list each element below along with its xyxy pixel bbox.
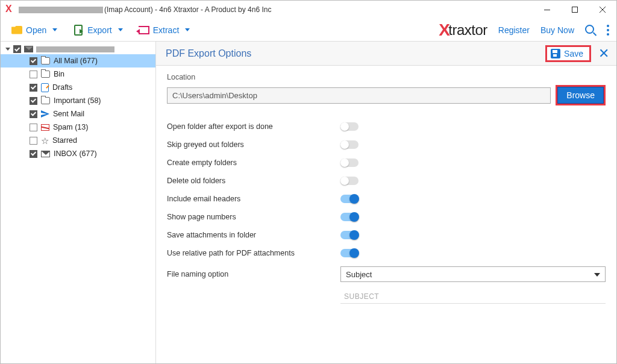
buy-now-link[interactable]: Buy Now: [540, 25, 574, 35]
checkbox[interactable]: [30, 110, 37, 118]
checkbox[interactable]: [30, 97, 37, 105]
toggle-switch[interactable]: [340, 195, 359, 203]
search-icon[interactable]: [585, 25, 596, 36]
star-icon: ☆: [41, 137, 49, 144]
mail-icon: [24, 46, 33, 52]
tree-item-label: All Mail (677): [54, 57, 98, 65]
option-label: Create empty folders: [167, 158, 340, 167]
tree-item-label: Important (58): [54, 96, 101, 105]
tree-item-label: Drafts: [52, 83, 72, 92]
toggle-switch[interactable]: [340, 140, 359, 149]
folder-tree: All Mail (677)BinDraftsImportant (58)Sen…: [1, 42, 156, 363]
option-label: Delete old folders: [167, 177, 340, 185]
option-label: Save attachments in folder: [167, 231, 340, 239]
option-label: Show page numbers: [167, 213, 340, 221]
option-row: Create empty folders: [167, 154, 606, 172]
titlebar: (Imap Account) - 4n6 Xtraxtor - A Produc…: [1, 1, 616, 19]
toggle-switch[interactable]: [340, 213, 359, 221]
chevron-down-icon: [118, 28, 123, 31]
option-row: Open folder after export is done: [167, 118, 606, 136]
tree-item-label: Sent Mail: [53, 110, 84, 118]
app-icon: [5, 5, 15, 14]
tree-item[interactable]: Important (58): [1, 94, 155, 107]
save-icon: [551, 49, 560, 58]
checkbox[interactable]: [30, 84, 37, 92]
spam-icon: [41, 124, 49, 131]
maximize-button[interactable]: [561, 1, 589, 19]
save-button[interactable]: Save: [545, 45, 591, 62]
option-row: Save attachments in folder: [167, 226, 606, 244]
draft-icon: [41, 83, 49, 92]
toggle-switch[interactable]: [340, 177, 359, 185]
app-body: All Mail (677)BinDraftsImportant (58)Sen…: [1, 42, 616, 363]
folder-icon: [41, 57, 50, 64]
open-menu-button[interactable]: Open: [8, 22, 61, 38]
option-label: Open folder after export is done: [167, 122, 340, 131]
tree-item-label: Starred: [52, 136, 77, 145]
export-panel: PDF Export Options Save ✕ Location Brows…: [156, 42, 616, 363]
tree-item[interactable]: Sent Mail: [1, 107, 155, 121]
more-icon[interactable]: [607, 25, 609, 36]
checkbox[interactable]: [30, 71, 37, 78]
toolbar-right: Xtraxtor Register Buy Now: [439, 20, 609, 40]
extract-icon: [139, 25, 149, 36]
export-menu-button[interactable]: Export: [69, 22, 126, 38]
option-row: Delete old folders: [167, 172, 606, 190]
option-label: Skip greyed out folders: [167, 140, 340, 149]
location-label: Location: [167, 73, 606, 81]
tree-item[interactable]: Bin: [1, 67, 155, 81]
option-label: Use relative path for PDF attachments: [167, 249, 340, 257]
option-row: Use relative path for PDF attachments: [167, 244, 606, 262]
tree-item-label: Spam (13): [53, 123, 88, 131]
toggle-switch[interactable]: [340, 231, 359, 239]
tree-item[interactable]: Spam (13): [1, 121, 155, 134]
tree-item-label: INBOX (677): [54, 149, 97, 158]
extract-menu-button[interactable]: Extract: [135, 22, 194, 38]
tree-root[interactable]: [1, 44, 155, 54]
brand-logo: Xtraxtor: [439, 20, 487, 40]
close-window-button[interactable]: [589, 1, 616, 19]
svg-rect-1: [572, 7, 578, 13]
file-export-icon: [73, 25, 84, 36]
redacted-root-label: [36, 46, 114, 52]
redacted-account: [19, 7, 103, 13]
window-controls: [533, 1, 616, 19]
location-input[interactable]: [167, 87, 551, 104]
minimize-button[interactable]: [533, 1, 561, 19]
toggle-switch[interactable]: [340, 249, 359, 257]
mail-icon: [41, 151, 50, 157]
tree-item[interactable]: Drafts: [1, 81, 155, 94]
file-naming-select[interactable]: Subject: [340, 266, 606, 282]
sent-icon: [41, 110, 49, 118]
tree-item-label: Bin: [54, 70, 64, 78]
file-naming-label: File naming option: [167, 270, 340, 278]
close-panel-button[interactable]: ✕: [598, 46, 609, 61]
tree-item[interactable]: All Mail (677): [1, 54, 155, 67]
option-row: Skip greyed out folders: [167, 136, 606, 154]
folder-icon: [41, 71, 50, 78]
tree-item[interactable]: ☆Starred: [1, 134, 155, 147]
option-label: Include email headers: [167, 195, 340, 203]
panel-header: PDF Export Options Save ✕: [156, 42, 616, 66]
checkbox[interactable]: [30, 137, 37, 145]
checkbox[interactable]: [13, 45, 21, 53]
register-link[interactable]: Register: [498, 25, 530, 35]
toggle-switch[interactable]: [340, 122, 359, 131]
folder-icon: [41, 97, 50, 104]
window-title: (Imap Account) - 4n6 Xtraxtor - A Produc…: [19, 5, 271, 14]
panel-title: PDF Export Options: [166, 48, 251, 59]
chevron-down-icon: [185, 28, 190, 31]
main-toolbar: Open Export Extract Xtraxtor Register Bu…: [1, 19, 616, 42]
browse-button[interactable]: Browse: [557, 87, 604, 104]
checkbox[interactable]: [30, 124, 37, 131]
checkbox[interactable]: [30, 57, 37, 65]
option-row: Show page numbers: [167, 208, 606, 226]
tree-item[interactable]: INBOX (677): [1, 147, 155, 160]
panel-body: Location Browse Open folder after export…: [156, 66, 616, 363]
naming-preview: SUBJECT: [340, 290, 606, 304]
app-window: (Imap Account) - 4n6 Xtraxtor - A Produc…: [0, 0, 617, 364]
folder-open-icon: [11, 25, 22, 36]
toggle-switch[interactable]: [340, 158, 359, 167]
checkbox[interactable]: [30, 150, 37, 158]
option-row: Include email headers: [167, 190, 606, 208]
